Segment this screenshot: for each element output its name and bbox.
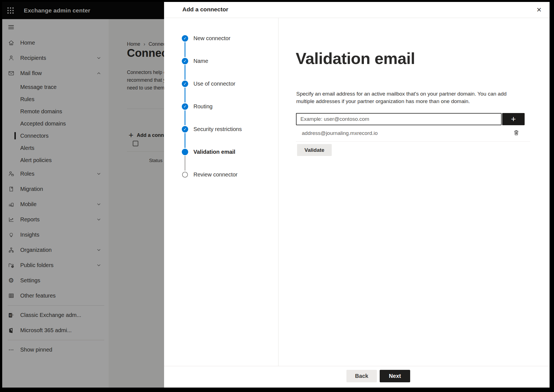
panel-title: Add a connector bbox=[182, 6, 228, 13]
close-icon[interactable]: × bbox=[533, 4, 545, 15]
step-connector-line bbox=[185, 156, 185, 171]
step-check-icon: ✓ bbox=[182, 103, 188, 110]
step-connector-line bbox=[185, 65, 185, 80]
panel-header: Add a connector × bbox=[164, 2, 550, 18]
app-viewport: Exchange admin center Home Recipients bbox=[2, 2, 550, 388]
step-check-icon: ✓ bbox=[182, 35, 188, 42]
next-button[interactable]: Next bbox=[380, 370, 410, 382]
step-description-line: multiple addresses if your partner organ… bbox=[296, 98, 507, 105]
step-empty-circle bbox=[182, 172, 188, 178]
add-connector-panel: Add a connector × ✓ New connector ✓ Name… bbox=[164, 2, 550, 388]
step-description-line: Specify an email address for an active m… bbox=[296, 90, 507, 98]
step-label: Use of connector bbox=[193, 81, 235, 87]
step-check-icon: ✓ bbox=[182, 81, 188, 87]
step-label: Security restrictions bbox=[193, 126, 242, 132]
step-current-dot bbox=[182, 149, 188, 155]
plus-icon: + bbox=[511, 115, 516, 123]
back-button[interactable]: Back bbox=[346, 370, 377, 382]
step-connector-line bbox=[185, 133, 185, 148]
delete-address-button[interactable] bbox=[512, 129, 520, 137]
added-email-address: address@journaling.mxrecord.io bbox=[302, 130, 378, 136]
step-check-icon: ✓ bbox=[182, 126, 188, 132]
step-label: Routing bbox=[193, 103, 213, 110]
step-check-icon: ✓ bbox=[182, 58, 188, 64]
trash-icon bbox=[513, 129, 520, 137]
step-label: Validation email bbox=[193, 149, 235, 155]
step-connector-line bbox=[185, 110, 185, 125]
divider bbox=[296, 141, 530, 142]
validate-button[interactable]: Validate bbox=[297, 144, 332, 156]
step-connector-line bbox=[185, 88, 185, 103]
step-label: Name bbox=[193, 58, 208, 64]
step-label: Review connector bbox=[193, 171, 238, 178]
step-heading: Validation email bbox=[296, 49, 415, 68]
validation-email-input[interactable] bbox=[296, 113, 502, 125]
add-email-button[interactable]: + bbox=[502, 113, 525, 125]
footer-divider bbox=[164, 366, 550, 366]
step-description: Specify an email address for an active m… bbox=[296, 90, 507, 105]
step-connector-line bbox=[185, 42, 185, 57]
step-label: New connector bbox=[193, 35, 230, 42]
wizard-steps: ✓ New connector ✓ Name ✓ Use of connecto… bbox=[164, 18, 279, 366]
